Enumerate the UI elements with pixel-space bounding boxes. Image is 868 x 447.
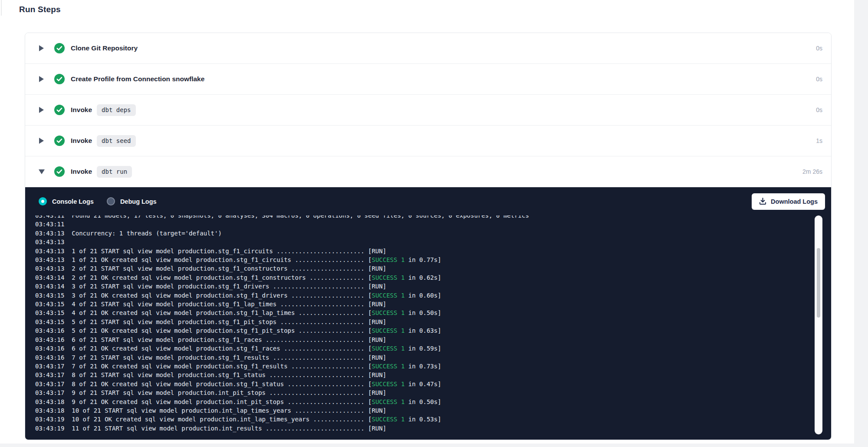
download-icon — [759, 198, 766, 205]
radio-label: Debug Logs — [120, 198, 157, 205]
log-line: 03:43:13 Concurrency: 1 threads (target=… — [35, 229, 831, 238]
page-edge-divider — [1, 0, 2, 16]
success-check-icon — [54, 43, 65, 53]
log-line: 03:43:18 9 of 21 OK created sql view mod… — [35, 397, 831, 406]
log-line: 03:43:17 9 of 21 START sql view model pr… — [35, 388, 831, 397]
run-steps-card: Clone Git Repository 0s Create Profile f… — [25, 33, 832, 440]
log-line: 03:43:16 7 of 21 START sql view model pr… — [35, 353, 831, 362]
log-line: 03:43:15 4 of 21 START sql view model pr… — [35, 300, 831, 308]
log-line: 03:43:14 2 of 21 OK created sql view mod… — [35, 273, 831, 282]
radio-label: Console Logs — [52, 198, 94, 205]
log-toolbar: Console Logs Debug Logs Download Logs — [25, 187, 831, 215]
log-line: 03:43:17 8 of 21 OK created sql view mod… — [35, 380, 831, 388]
log-scrollbar[interactable] — [815, 215, 822, 434]
step-row-invoke-dbt-run[interactable]: Invoke dbt run 2m 26s — [25, 156, 831, 187]
log-line: 03:43:15 3 of 21 OK created sql view mod… — [35, 291, 831, 300]
log-line: 03:43:15 4 of 21 OK created sql view mod… — [35, 308, 831, 317]
log-line: 03:43:13 1 of 21 START sql view model pr… — [35, 247, 831, 255]
log-line: 03:43:11 Found 21 models, 17 tests, 0 sn… — [35, 215, 831, 220]
log-line: 03:43:17 7 of 21 OK created sql view mod… — [35, 362, 831, 371]
log-line: 03:43:13 1 of 21 OK created sql view mod… — [35, 255, 831, 264]
radio-unselected-icon[interactable] — [107, 197, 115, 205]
log-line: 03:43:19 11 of 21 START sql view model p… — [35, 424, 831, 433]
download-button-label: Download Logs — [771, 198, 818, 205]
log-panel: Console Logs Debug Logs Download Logs 0 — [25, 187, 831, 440]
step-row-invoke-dbt-deps[interactable]: Invoke dbt deps 0s — [25, 95, 831, 126]
log-line: 03:43:16 6 of 21 START sql view model pr… — [35, 335, 831, 344]
log-line: 03:43:15 5 of 21 START sql view model pr… — [35, 318, 831, 326]
step-label: Clone Git Repository — [71, 44, 138, 52]
step-duration: 0s — [816, 76, 822, 83]
log-line: 03:43:14 3 of 21 START sql view model pr… — [35, 282, 831, 291]
caret-right-icon[interactable] — [39, 138, 44, 144]
command-badge: dbt deps — [97, 104, 135, 116]
log-line: 03:43:13 2 of 21 START sql view model pr… — [35, 264, 831, 273]
caret-right-icon[interactable] — [39, 45, 44, 51]
log-line: 03:43:16 5 of 21 OK created sql view mod… — [35, 326, 831, 335]
run-steps-page: Run Steps Clone Git Repository 0s Create… — [0, 0, 868, 447]
step-label: Invoke — [71, 137, 92, 145]
debug-logs-radio[interactable]: Debug Logs — [107, 197, 157, 205]
step-row-create-profile[interactable]: Create Profile from Connection snowflake… — [25, 64, 831, 95]
step-label: Invoke — [71, 168, 92, 175]
step-label: Invoke — [71, 106, 92, 114]
command-badge: dbt run — [97, 166, 132, 178]
step-duration: 1s — [816, 137, 822, 144]
caret-right-icon[interactable] — [39, 107, 44, 113]
success-check-icon — [54, 136, 65, 146]
caret-down-icon[interactable] — [39, 169, 45, 174]
command-badge: dbt seed — [97, 135, 135, 147]
log-line: 03:43:18 10 of 21 START sql view model p… — [35, 406, 831, 415]
radio-selected-icon[interactable] — [39, 197, 47, 205]
log-line: 03:43:16 6 of 21 OK created sql view mod… — [35, 344, 831, 353]
log-line: 03:43:17 8 of 21 START sql view model pr… — [35, 371, 831, 379]
step-duration: 0s — [816, 45, 822, 52]
success-check-icon — [54, 74, 65, 84]
page-title: Run Steps — [19, 5, 61, 14]
caret-right-icon[interactable] — [39, 76, 44, 82]
step-duration: 2m 26s — [802, 168, 822, 175]
step-row-clone-git-repository[interactable]: Clone Git Repository 0s — [25, 33, 831, 64]
download-logs-button[interactable]: Download Logs — [752, 193, 825, 210]
success-check-icon — [54, 105, 65, 115]
step-row-invoke-dbt-seed[interactable]: Invoke dbt seed 1s — [25, 126, 831, 156]
log-line: 03:43:13 — [35, 238, 831, 246]
console-log-output[interactable]: 03:43:11 Found 21 models, 17 tests, 0 sn… — [25, 215, 831, 440]
console-logs-radio[interactable]: Console Logs — [39, 197, 94, 205]
log-scrollbar-thumb[interactable] — [817, 248, 820, 318]
log-line: 03:43:11 — [35, 220, 831, 228]
content-panel: Run Steps Clone Git Repository 0s Create… — [0, 0, 854, 444]
step-label: Create Profile from Connection snowflake — [71, 75, 204, 83]
success-check-icon — [54, 166, 65, 177]
step-duration: 0s — [816, 106, 822, 113]
log-line: 03:43:19 10 of 21 OK created sql view mo… — [35, 415, 831, 424]
